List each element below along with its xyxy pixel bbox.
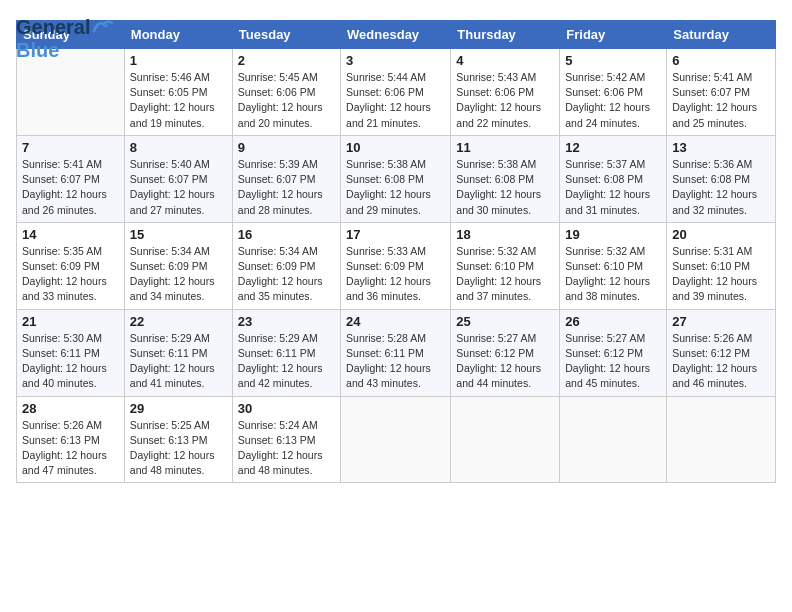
day-number: 16 bbox=[238, 227, 335, 242]
calendar-week-row: 28Sunrise: 5:26 AMSunset: 6:13 PMDayligh… bbox=[17, 396, 776, 483]
day-info: Sunrise: 5:41 AMSunset: 6:07 PMDaylight:… bbox=[672, 70, 770, 131]
calendar-cell: 19Sunrise: 5:32 AMSunset: 6:10 PMDayligh… bbox=[560, 222, 667, 309]
calendar-cell: 27Sunrise: 5:26 AMSunset: 6:12 PMDayligh… bbox=[667, 309, 776, 396]
calendar-cell: 10Sunrise: 5:38 AMSunset: 6:08 PMDayligh… bbox=[341, 135, 451, 222]
day-info: Sunrise: 5:43 AMSunset: 6:06 PMDaylight:… bbox=[456, 70, 554, 131]
calendar-cell: 30Sunrise: 5:24 AMSunset: 6:13 PMDayligh… bbox=[232, 396, 340, 483]
calendar-cell: 9Sunrise: 5:39 AMSunset: 6:07 PMDaylight… bbox=[232, 135, 340, 222]
day-number: 18 bbox=[456, 227, 554, 242]
day-number: 5 bbox=[565, 53, 661, 68]
day-number: 2 bbox=[238, 53, 335, 68]
calendar-cell: 4Sunrise: 5:43 AMSunset: 6:06 PMDaylight… bbox=[451, 49, 560, 136]
day-info: Sunrise: 5:38 AMSunset: 6:08 PMDaylight:… bbox=[456, 157, 554, 218]
day-info: Sunrise: 5:24 AMSunset: 6:13 PMDaylight:… bbox=[238, 418, 335, 479]
logo-general-text: General bbox=[16, 16, 90, 39]
day-info: Sunrise: 5:34 AMSunset: 6:09 PMDaylight:… bbox=[130, 244, 227, 305]
calendar-cell: 2Sunrise: 5:45 AMSunset: 6:06 PMDaylight… bbox=[232, 49, 340, 136]
day-number: 15 bbox=[130, 227, 227, 242]
calendar-cell: 15Sunrise: 5:34 AMSunset: 6:09 PMDayligh… bbox=[124, 222, 232, 309]
logo-container: General Blue bbox=[16, 16, 116, 62]
day-info: Sunrise: 5:45 AMSunset: 6:06 PMDaylight:… bbox=[238, 70, 335, 131]
logo-blue-text: Blue bbox=[16, 39, 59, 61]
day-info: Sunrise: 5:30 AMSunset: 6:11 PMDaylight:… bbox=[22, 331, 119, 392]
day-info: Sunrise: 5:35 AMSunset: 6:09 PMDaylight:… bbox=[22, 244, 119, 305]
day-info: Sunrise: 5:37 AMSunset: 6:08 PMDaylight:… bbox=[565, 157, 661, 218]
day-info: Sunrise: 5:29 AMSunset: 6:11 PMDaylight:… bbox=[238, 331, 335, 392]
calendar-cell: 20Sunrise: 5:31 AMSunset: 6:10 PMDayligh… bbox=[667, 222, 776, 309]
day-number: 21 bbox=[22, 314, 119, 329]
day-number: 7 bbox=[22, 140, 119, 155]
day-number: 28 bbox=[22, 401, 119, 416]
weekday-header: Monday bbox=[124, 21, 232, 49]
calendar-cell: 21Sunrise: 5:30 AMSunset: 6:11 PMDayligh… bbox=[17, 309, 125, 396]
calendar-cell: 16Sunrise: 5:34 AMSunset: 6:09 PMDayligh… bbox=[232, 222, 340, 309]
calendar-cell: 28Sunrise: 5:26 AMSunset: 6:13 PMDayligh… bbox=[17, 396, 125, 483]
weekday-header: Thursday bbox=[451, 21, 560, 49]
day-info: Sunrise: 5:42 AMSunset: 6:06 PMDaylight:… bbox=[565, 70, 661, 131]
day-number: 20 bbox=[672, 227, 770, 242]
day-info: Sunrise: 5:34 AMSunset: 6:09 PMDaylight:… bbox=[238, 244, 335, 305]
calendar-cell: 23Sunrise: 5:29 AMSunset: 6:11 PMDayligh… bbox=[232, 309, 340, 396]
day-number: 19 bbox=[565, 227, 661, 242]
calendar-cell: 26Sunrise: 5:27 AMSunset: 6:12 PMDayligh… bbox=[560, 309, 667, 396]
day-info: Sunrise: 5:25 AMSunset: 6:13 PMDaylight:… bbox=[130, 418, 227, 479]
calendar-cell: 11Sunrise: 5:38 AMSunset: 6:08 PMDayligh… bbox=[451, 135, 560, 222]
calendar-cell bbox=[560, 396, 667, 483]
calendar-cell: 24Sunrise: 5:28 AMSunset: 6:11 PMDayligh… bbox=[341, 309, 451, 396]
calendar-cell: 7Sunrise: 5:41 AMSunset: 6:07 PMDaylight… bbox=[17, 135, 125, 222]
calendar-week-row: 7Sunrise: 5:41 AMSunset: 6:07 PMDaylight… bbox=[17, 135, 776, 222]
day-number: 8 bbox=[130, 140, 227, 155]
calendar-cell bbox=[451, 396, 560, 483]
calendar-week-row: 14Sunrise: 5:35 AMSunset: 6:09 PMDayligh… bbox=[17, 222, 776, 309]
weekday-header: Wednesday bbox=[341, 21, 451, 49]
day-info: Sunrise: 5:33 AMSunset: 6:09 PMDaylight:… bbox=[346, 244, 445, 305]
day-number: 29 bbox=[130, 401, 227, 416]
day-info: Sunrise: 5:36 AMSunset: 6:08 PMDaylight:… bbox=[672, 157, 770, 218]
calendar-cell: 8Sunrise: 5:40 AMSunset: 6:07 PMDaylight… bbox=[124, 135, 232, 222]
day-info: Sunrise: 5:40 AMSunset: 6:07 PMDaylight:… bbox=[130, 157, 227, 218]
day-number: 14 bbox=[22, 227, 119, 242]
day-info: Sunrise: 5:27 AMSunset: 6:12 PMDaylight:… bbox=[456, 331, 554, 392]
calendar-cell bbox=[667, 396, 776, 483]
calendar-cell: 12Sunrise: 5:37 AMSunset: 6:08 PMDayligh… bbox=[560, 135, 667, 222]
day-number: 17 bbox=[346, 227, 445, 242]
day-info: Sunrise: 5:31 AMSunset: 6:10 PMDaylight:… bbox=[672, 244, 770, 305]
day-number: 27 bbox=[672, 314, 770, 329]
calendar-cell: 3Sunrise: 5:44 AMSunset: 6:06 PMDaylight… bbox=[341, 49, 451, 136]
calendar-cell: 13Sunrise: 5:36 AMSunset: 6:08 PMDayligh… bbox=[667, 135, 776, 222]
day-info: Sunrise: 5:28 AMSunset: 6:11 PMDaylight:… bbox=[346, 331, 445, 392]
calendar-cell: 18Sunrise: 5:32 AMSunset: 6:10 PMDayligh… bbox=[451, 222, 560, 309]
calendar-cell: 6Sunrise: 5:41 AMSunset: 6:07 PMDaylight… bbox=[667, 49, 776, 136]
day-info: Sunrise: 5:46 AMSunset: 6:05 PMDaylight:… bbox=[130, 70, 227, 131]
day-number: 4 bbox=[456, 53, 554, 68]
day-info: Sunrise: 5:41 AMSunset: 6:07 PMDaylight:… bbox=[22, 157, 119, 218]
header-row: SundayMondayTuesdayWednesdayThursdayFrid… bbox=[17, 21, 776, 49]
weekday-header: Saturday bbox=[667, 21, 776, 49]
calendar-week-row: 21Sunrise: 5:30 AMSunset: 6:11 PMDayligh… bbox=[17, 309, 776, 396]
calendar-table: SundayMondayTuesdayWednesdayThursdayFrid… bbox=[16, 20, 776, 483]
day-info: Sunrise: 5:26 AMSunset: 6:13 PMDaylight:… bbox=[22, 418, 119, 479]
day-info: Sunrise: 5:39 AMSunset: 6:07 PMDaylight:… bbox=[238, 157, 335, 218]
day-number: 12 bbox=[565, 140, 661, 155]
day-number: 26 bbox=[565, 314, 661, 329]
calendar-cell bbox=[341, 396, 451, 483]
day-number: 3 bbox=[346, 53, 445, 68]
calendar-cell: 25Sunrise: 5:27 AMSunset: 6:12 PMDayligh… bbox=[451, 309, 560, 396]
day-number: 30 bbox=[238, 401, 335, 416]
day-info: Sunrise: 5:38 AMSunset: 6:08 PMDaylight:… bbox=[346, 157, 445, 218]
day-info: Sunrise: 5:32 AMSunset: 6:10 PMDaylight:… bbox=[565, 244, 661, 305]
day-info: Sunrise: 5:27 AMSunset: 6:12 PMDaylight:… bbox=[565, 331, 661, 392]
day-number: 24 bbox=[346, 314, 445, 329]
calendar-cell: 17Sunrise: 5:33 AMSunset: 6:09 PMDayligh… bbox=[341, 222, 451, 309]
day-number: 10 bbox=[346, 140, 445, 155]
day-info: Sunrise: 5:26 AMSunset: 6:12 PMDaylight:… bbox=[672, 331, 770, 392]
day-number: 1 bbox=[130, 53, 227, 68]
calendar-cell: 29Sunrise: 5:25 AMSunset: 6:13 PMDayligh… bbox=[124, 396, 232, 483]
calendar-cell: 22Sunrise: 5:29 AMSunset: 6:11 PMDayligh… bbox=[124, 309, 232, 396]
calendar-cell: 1Sunrise: 5:46 AMSunset: 6:05 PMDaylight… bbox=[124, 49, 232, 136]
calendar-cell: 14Sunrise: 5:35 AMSunset: 6:09 PMDayligh… bbox=[17, 222, 125, 309]
day-info: Sunrise: 5:32 AMSunset: 6:10 PMDaylight:… bbox=[456, 244, 554, 305]
day-info: Sunrise: 5:29 AMSunset: 6:11 PMDaylight:… bbox=[130, 331, 227, 392]
logo-bird-svg bbox=[91, 17, 115, 35]
day-number: 11 bbox=[456, 140, 554, 155]
